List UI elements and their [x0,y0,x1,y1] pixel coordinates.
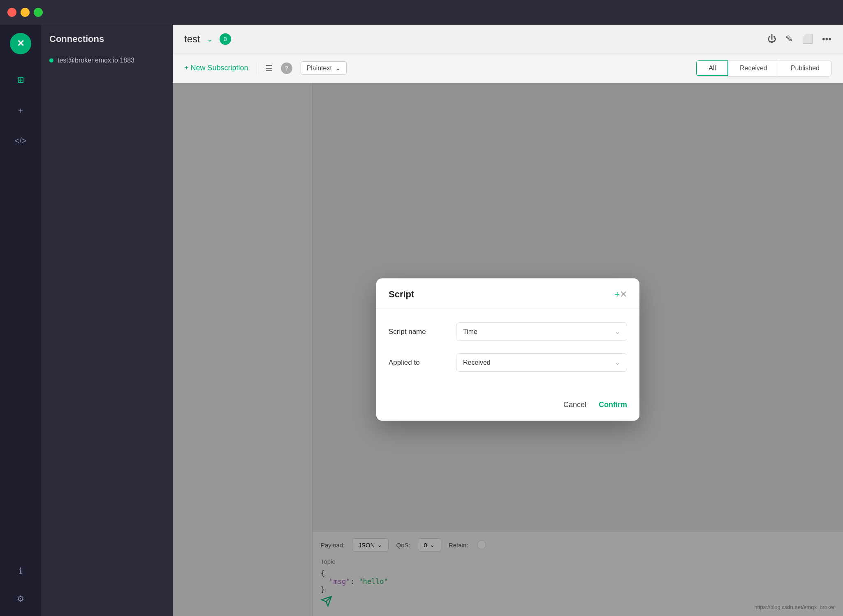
traffic-lights [7,8,43,17]
tab-published[interactable]: Published [779,60,831,76]
confirm-button[interactable]: Confirm [599,401,627,409]
modal-overlay: Script + ✕ Script name Time ⌄ [173,83,843,616]
add-icon: ＋ [16,105,25,116]
dialog-close-button[interactable]: ✕ [620,289,627,300]
app-logo: ✕ [10,33,31,54]
power-icon[interactable]: ⏻ [767,34,776,44]
script-name-row: Script name Time ⌄ [389,322,627,341]
sidebar-item-settings[interactable]: ⚙ [12,590,30,608]
tab-all[interactable]: All [696,60,728,76]
close-button[interactable] [7,8,16,17]
dialog-add-icon[interactable]: + [614,289,620,300]
applied-to-chevron-icon: ⌄ [615,359,620,366]
help-icon[interactable]: ? [281,63,292,74]
topbar: test ⌄ 0 ⏻ ✎ ⬜ ••• [173,25,843,53]
sidebar-item-info[interactable]: ℹ [12,562,30,580]
plaintext-select[interactable]: Plaintext ⌄ [301,61,347,75]
gear-icon: ⚙ [17,594,24,604]
sidebar-item-code[interactable]: </> [12,132,30,150]
more-icon[interactable]: ••• [822,34,831,44]
applied-to-row: Applied to Received ⌄ [389,353,627,372]
dialog-title: Script [389,289,610,300]
tab-group: All Received Published [696,60,831,76]
monitor-icon[interactable]: ⬜ [802,34,813,44]
applied-to-select[interactable]: Received ⌄ [456,353,627,372]
maximize-button[interactable] [34,8,43,17]
chevron-down-icon: ⌄ [207,35,213,44]
connections-icon: ⊞ [17,75,24,85]
dialog-body: Script name Time ⌄ Applied to Received ⌄ [376,308,639,392]
plaintext-label: Plaintext [307,65,332,72]
sidebar: ✕ ⊞ ＋ </> ℹ ⚙ [0,25,41,616]
minimize-button[interactable] [21,8,30,17]
sidebar-item-add[interactable]: ＋ [12,101,30,119]
new-subscription-button[interactable]: + New Subscription [184,64,248,72]
cancel-button[interactable]: Cancel [563,401,586,409]
connections-title: Connections [41,25,173,51]
script-name-chevron-icon: ⌄ [615,328,620,336]
content-area: Payload: JSON ⌄ QoS: 0 ⌄ Retain: T [173,83,843,616]
dialog-header: Script + ✕ [376,278,639,308]
dialog-footer: Cancel Confirm [376,392,639,421]
script-dialog: Script + ✕ Script name Time ⌄ [376,278,639,421]
edit-icon[interactable]: ✎ [785,34,793,44]
titlebar [0,0,843,25]
script-name-select[interactable]: Time ⌄ [456,322,627,341]
applied-to-label: Applied to [389,359,446,367]
toolbar-divider [257,62,257,74]
tab-received[interactable]: Received [728,60,779,76]
toolbar: + New Subscription ☰ ? Plaintext ⌄ All R… [173,53,843,83]
new-subscription-label: + New Subscription [184,64,248,72]
applied-to-value: Received [463,359,491,366]
main-content: test ⌄ 0 ⏻ ✎ ⬜ ••• + New Subscription ☰ … [173,25,843,616]
connection-label: test@broker.emqx.io:1883 [58,57,134,64]
info-icon: ℹ [19,566,22,576]
script-name-label: Script name [389,328,446,336]
sidebar-item-connections[interactable]: ⊞ [12,71,30,89]
connection-badge: 0 [220,33,231,45]
connection-status-dot [49,58,53,63]
connections-panel: Connections test@broker.emqx.io:1883 [41,25,173,616]
topbar-title: test [184,33,200,45]
list-icon[interactable]: ☰ [265,63,273,73]
code-icon: </> [15,136,27,146]
plaintext-chevron-icon: ⌄ [335,64,340,72]
connection-item[interactable]: test@broker.emqx.io:1883 [41,51,173,70]
script-name-value: Time [463,328,477,336]
